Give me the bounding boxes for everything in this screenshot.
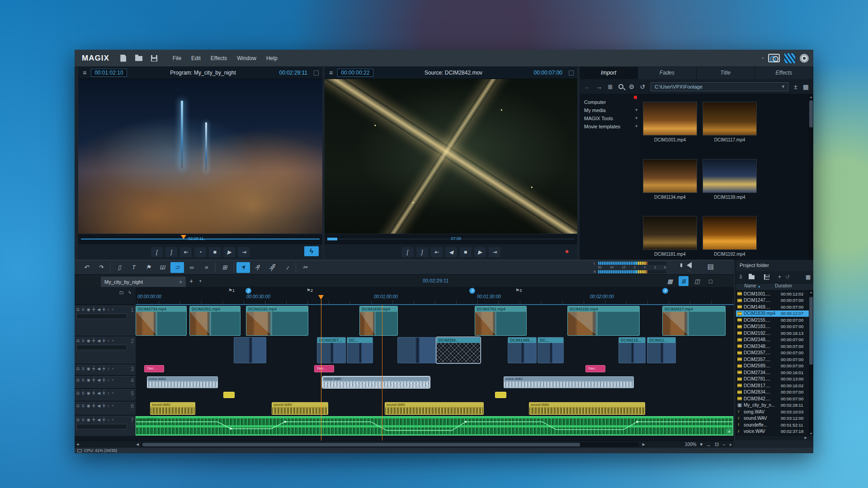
timeline-marker-circle[interactable]: 3 xyxy=(469,288,475,294)
forward-icon[interactable]: → xyxy=(596,83,602,90)
track-height-icon[interactable]: ↕ xyxy=(107,404,109,408)
record-button[interactable]: ● xyxy=(561,246,573,256)
video-clip[interactable]: DCIM2192.mp4 xyxy=(567,306,640,336)
track-header[interactable]: Ω S ◉ ┿ ◀ ┿ ↕ ÷ 3 ... xyxy=(75,365,136,375)
video-clip[interactable]: DCIM1001.mp4 xyxy=(189,306,241,336)
grid-view-icon[interactable]: ▦ xyxy=(803,83,809,90)
video-clip[interactable]: DCIM2734.mp4 xyxy=(136,306,187,336)
speaker-icon[interactable]: ◀ xyxy=(97,391,100,395)
media-thumbnail[interactable] xyxy=(643,102,697,136)
file-row[interactable]: DCIM2734.... 00:00:16:01 xyxy=(736,369,809,376)
source-scrub-progress[interactable] xyxy=(327,238,337,240)
music-clip[interactable]: song.WAV xyxy=(136,416,733,436)
zoom-level[interactable]: 100% xyxy=(685,442,697,447)
track-shrink-icon[interactable]: ÷ xyxy=(112,418,114,422)
volume-envelope[interactable] xyxy=(136,417,733,435)
video-fader-icon[interactable]: ┿ xyxy=(93,404,95,408)
audio-clip[interactable]: sound.WAV xyxy=(150,402,195,415)
title-clip[interactable]: Titel... xyxy=(314,365,334,372)
file-row[interactable]: DCIM2817.... 00:00:16:02 xyxy=(736,382,809,389)
set-marker[interactable]: ⚑ xyxy=(142,262,155,273)
program-scrub-handle[interactable] xyxy=(181,235,186,239)
zoom-in-icon[interactable]: + xyxy=(729,442,732,447)
track-shrink-icon[interactable]: ÷ xyxy=(112,404,114,408)
range-play[interactable]: ◔ xyxy=(194,247,206,257)
stretch-mode[interactable]: ↔ xyxy=(280,262,293,273)
lock-icon[interactable]: Ω xyxy=(76,391,80,395)
audio-clip[interactable]: voice.WAV xyxy=(147,376,218,388)
lock-icon[interactable]: Ω xyxy=(76,404,80,408)
menu-item[interactable]: Effects xyxy=(211,55,227,61)
effect-clip[interactable] xyxy=(223,392,235,398)
video-clip[interactable]: DC... xyxy=(347,337,373,363)
visibility-eye-icon[interactable]: ◉ xyxy=(87,366,90,371)
audio-fader-icon[interactable]: ┿ xyxy=(103,391,105,395)
scroll-right-icon[interactable]: ▶ xyxy=(805,436,807,440)
media-thumbnail[interactable] xyxy=(643,159,697,193)
group[interactable]: ∞ xyxy=(185,262,198,273)
scroll-up-icon[interactable]: ▲ xyxy=(809,291,813,294)
scroll-down-icon[interactable]: ▼ xyxy=(809,432,813,435)
tree-item[interactable]: MAGIX Tools ▾ xyxy=(580,114,640,122)
file-row[interactable]: DCIM2183.... 00:00:07:00 xyxy=(736,324,809,330)
insert-mode[interactable]: ⊞ xyxy=(218,262,231,273)
menu-item[interactable]: Window xyxy=(237,55,256,61)
tree-view-icon[interactable]: ≣ xyxy=(608,83,613,90)
hscrollbar-thumb[interactable] xyxy=(142,443,580,446)
audio-fader-icon[interactable]: ┿ xyxy=(103,338,105,343)
connect-icon[interactable] xyxy=(768,54,780,62)
audio-clip[interactable]: voice.WAV xyxy=(504,376,634,388)
lock-icon[interactable]: Ω xyxy=(76,418,80,422)
lock-icon[interactable]: Ω xyxy=(76,366,80,371)
track-shrink-icon[interactable]: ÷ xyxy=(112,378,114,382)
timeline-view[interactable]: ≣ xyxy=(679,276,689,286)
speaker-icon[interactable]: ◀ xyxy=(97,418,100,422)
file-row[interactable]: DCIM2192.... 00:00:16:13 xyxy=(736,330,809,337)
speaker-icon[interactable]: ◀ xyxy=(97,307,100,312)
save-button[interactable] xyxy=(763,274,770,280)
solo-icon[interactable]: S xyxy=(82,391,85,395)
media-thumbnail[interactable] xyxy=(703,216,757,250)
new-project-button[interactable] xyxy=(118,54,129,63)
monitor-menu-icon[interactable]: ≡ xyxy=(329,69,333,76)
timeline-marker-circle[interactable]: 2 xyxy=(245,288,251,294)
file-row[interactable]: DCIM2842.... 00:00:07:00 xyxy=(736,395,809,402)
redo[interactable]: ↷ xyxy=(94,262,108,273)
menu-item[interactable]: Edit xyxy=(191,55,201,61)
program-current-timecode[interactable]: 00:01:02:10 xyxy=(91,69,127,77)
visibility-eye-icon[interactable]: ◉ xyxy=(87,418,90,422)
media-thumbnail[interactable] xyxy=(703,159,757,193)
jump-start[interactable]: ⇤ xyxy=(431,247,443,257)
media-pool-tab[interactable]: Title xyxy=(697,67,755,79)
video-clip[interactable]: DCIM2192.mp4 xyxy=(246,306,308,336)
jump-end[interactable]: ⇥ xyxy=(489,247,500,257)
solo-icon[interactable]: S xyxy=(82,378,85,382)
ungroup[interactable]: ∝ xyxy=(199,262,213,273)
timeline-marker-flag[interactable]: ⚑1 xyxy=(228,288,235,293)
audio-fader-icon[interactable]: ┿ xyxy=(103,404,105,408)
monitor-detach-icon[interactable] xyxy=(569,70,574,75)
solo-icon[interactable]: S xyxy=(82,418,85,422)
audio-fader-icon[interactable]: ┿ xyxy=(103,378,105,382)
scroll-up-icon[interactable]: ▲ xyxy=(809,94,813,100)
project-tab[interactable]: My_city_by_night × xyxy=(101,277,186,287)
delete[interactable]: ▯ xyxy=(113,262,126,273)
frame-back[interactable]: ◀ xyxy=(445,247,457,257)
refresh-icon[interactable]: ↺ xyxy=(640,83,645,90)
tree-item[interactable]: Movie templates ▾ xyxy=(580,122,640,131)
refresh-icon[interactable]: ↺ xyxy=(785,274,790,280)
track-shrink-icon[interactable]: ÷ xyxy=(112,366,114,371)
media-item[interactable]: DCIM1181.mp4 xyxy=(643,216,697,257)
source-scrubber[interactable]: 07:00 xyxy=(325,234,577,244)
video-fader-icon[interactable]: ┿ xyxy=(93,378,95,382)
title-clip[interactable]: Titel... xyxy=(585,365,605,372)
mark-in[interactable]: [ xyxy=(151,247,163,257)
track-height-icon[interactable]: ↕ xyxy=(107,418,109,422)
file-row[interactable]: DCIM1469.... 00:00:07:00 xyxy=(736,304,809,310)
add-file-icon[interactable]: + xyxy=(778,274,781,280)
speaker-icon[interactable]: ◀ xyxy=(97,404,100,408)
source-current-timecode[interactable]: 00:00:00:22 xyxy=(337,69,373,77)
program-scrubber[interactable]: 02:29:11, xyxy=(78,234,322,244)
track-height-icon[interactable]: ↕ xyxy=(107,391,109,395)
mark-in[interactable]: [ xyxy=(402,247,414,257)
